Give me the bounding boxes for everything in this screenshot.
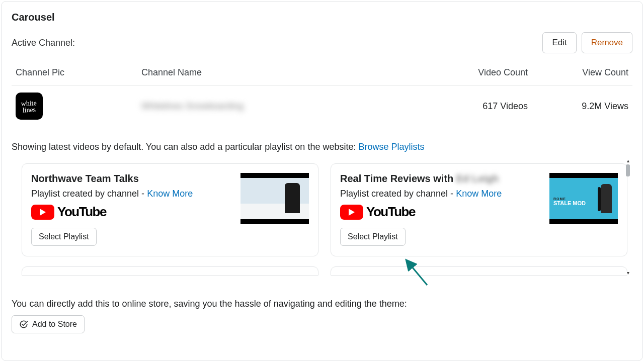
- playlist-subtitle: Playlist created by channel - Know More: [340, 189, 541, 199]
- playlist-title: Northwave Team Talks: [31, 173, 232, 185]
- youtube-icon: [31, 205, 54, 220]
- section-title: Carousel: [12, 12, 632, 23]
- remove-button[interactable]: Remove: [582, 32, 632, 53]
- col-channel-pic: Channel Pic: [12, 62, 137, 85]
- scroll-down-icon[interactable]: ▾: [627, 270, 629, 276]
- col-view-count: View Count: [532, 62, 632, 85]
- scroll-up-icon[interactable]: ▴: [627, 158, 629, 163]
- know-more-link[interactable]: Know More: [147, 189, 193, 199]
- channel-table: Channel Pic Channel Name Video Count Vie…: [12, 62, 632, 127]
- table-row: whitelines Whitelines Snowboarding 617 V…: [12, 85, 632, 127]
- playlist-title: Real Time Reviews with Ed Leigh: [340, 173, 541, 185]
- youtube-text: YouTube: [57, 204, 106, 220]
- youtube-text: YouTube: [366, 204, 415, 220]
- playlist-card-peek: [22, 266, 318, 276]
- select-playlist-button[interactable]: Select Playlist: [340, 228, 406, 246]
- browse-playlists-link[interactable]: Browse Playlists: [358, 142, 424, 152]
- youtube-brand: YouTube: [340, 204, 541, 220]
- add-to-store-text: You can directly add this to online stor…: [12, 299, 632, 309]
- scroll-thumb[interactable]: [626, 164, 630, 176]
- carousel-panel: Carousel Active Channel: Edit Remove Cha…: [1, 1, 643, 361]
- playlist-help-text: Showing latest videos by default. You ca…: [12, 142, 632, 152]
- playlist-thumbnail: ROMESTALE MOD: [549, 173, 618, 224]
- know-more-link[interactable]: Know More: [456, 189, 502, 199]
- scrollbar[interactable]: ▴ ▾: [624, 158, 631, 276]
- add-to-store-button[interactable]: Add to Store: [12, 315, 85, 333]
- view-count: 9.2M Views: [532, 85, 632, 127]
- channel-avatar: whitelines: [16, 93, 43, 120]
- checkmark-icon: [19, 320, 28, 329]
- select-playlist-button[interactable]: Select Playlist: [31, 228, 97, 246]
- playlist-card: Northwave Team Talks Playlist created by…: [22, 163, 318, 256]
- playlist-grid: Northwave Team Talks Playlist created by…: [22, 163, 627, 256]
- playlist-subtitle: Playlist created by channel - Know More: [31, 189, 232, 199]
- channel-name: Whitelines Snowboarding: [141, 101, 244, 111]
- col-channel-name: Channel Name: [137, 62, 431, 85]
- video-count: 617 Videos: [431, 85, 532, 127]
- youtube-icon: [340, 205, 363, 220]
- playlist-card: Real Time Reviews with Ed Leigh Playlist…: [331, 163, 627, 256]
- col-video-count: Video Count: [431, 62, 532, 85]
- youtube-brand: YouTube: [31, 204, 232, 220]
- active-channel-row: Active Channel: Edit Remove: [12, 32, 632, 53]
- active-channel-label: Active Channel:: [12, 38, 75, 48]
- edit-button[interactable]: Edit: [542, 32, 576, 53]
- playlist-thumbnail: [240, 173, 309, 224]
- playlist-card-peek: [331, 266, 627, 276]
